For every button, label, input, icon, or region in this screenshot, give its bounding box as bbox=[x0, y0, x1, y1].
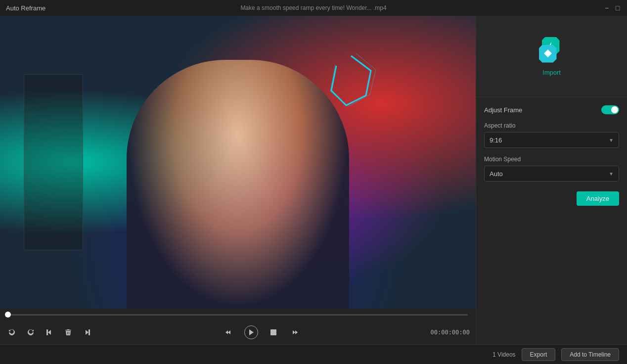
svg-rect-1 bbox=[89, 329, 90, 335]
import-label: Import bbox=[542, 69, 561, 76]
shelf-decoration bbox=[24, 74, 83, 250]
delete-button[interactable] bbox=[62, 326, 74, 338]
add-timeline-button[interactable]: Add to Timeline bbox=[561, 348, 619, 361]
video-frame bbox=[0, 16, 476, 309]
right-panel: Import Adjust Frame Aspect ratio 9:16 ▼ bbox=[476, 16, 627, 344]
toggle-knob bbox=[611, 106, 618, 113]
progress-area[interactable] bbox=[6, 309, 470, 320]
step-forward-button[interactable] bbox=[81, 326, 93, 338]
aspect-ratio-select[interactable]: 9:16 ▼ bbox=[484, 132, 619, 148]
redo-button[interactable] bbox=[25, 326, 37, 338]
frame-back-button[interactable] bbox=[223, 326, 234, 338]
ctrl-left bbox=[6, 326, 93, 338]
controls-bar: 00:00:00:00 bbox=[0, 309, 476, 344]
ctrl-right: 00:00:00:00 bbox=[431, 329, 470, 336]
progress-thumb[interactable] bbox=[5, 312, 11, 318]
aspect-ratio-label: Aspect ratio bbox=[484, 122, 619, 129]
videos-count: 1 Videos bbox=[493, 351, 515, 358]
maximize-button[interactable]: □ bbox=[614, 4, 621, 11]
title-bar: Auto Reframe Make a smooth speed ramp ev… bbox=[0, 0, 627, 16]
file-title: Make a smooth speed ramp every time! Won… bbox=[240, 4, 386, 11]
aspect-ratio-arrow: ▼ bbox=[609, 137, 614, 143]
import-section[interactable]: Import bbox=[476, 16, 627, 97]
export-button[interactable]: Export bbox=[522, 348, 556, 361]
motion-speed-label: Motion Speed bbox=[484, 156, 619, 163]
ctrl-center bbox=[93, 325, 431, 339]
main-layout: 00:00:00:00 I bbox=[0, 16, 627, 344]
import-icon-stack bbox=[539, 37, 565, 63]
svg-rect-0 bbox=[46, 329, 48, 335]
undo-button[interactable] bbox=[6, 326, 18, 338]
minimize-button[interactable]: − bbox=[603, 4, 610, 11]
app-title: Auto Reframe bbox=[6, 4, 45, 12]
progress-track[interactable] bbox=[8, 314, 468, 316]
video-panel: 00:00:00:00 bbox=[0, 16, 476, 344]
motion-speed-group: Motion Speed Auto ▼ bbox=[484, 156, 619, 182]
aspect-ratio-group: Aspect ratio 9:16 ▼ bbox=[484, 122, 619, 148]
import-icon-front bbox=[539, 45, 557, 63]
video-container[interactable] bbox=[0, 16, 476, 309]
motion-speed-value: Auto bbox=[490, 170, 503, 178]
stop-button[interactable] bbox=[268, 327, 279, 338]
adjust-frame-toggle[interactable] bbox=[601, 105, 619, 114]
aspect-ratio-value: 9:16 bbox=[490, 136, 502, 144]
bottom-bar: 1 Videos Export Add to Timeline bbox=[0, 344, 627, 364]
frame-forward-button[interactable] bbox=[289, 326, 301, 338]
controls-row: 00:00:00:00 bbox=[6, 320, 470, 344]
adjust-frame-title: Adjust Frame bbox=[484, 106, 522, 114]
play-button[interactable] bbox=[244, 325, 258, 339]
person-silhouette bbox=[127, 60, 349, 309]
motion-speed-arrow: ▼ bbox=[609, 171, 614, 177]
window-controls: − □ bbox=[603, 4, 621, 11]
motion-speed-select[interactable]: Auto ▼ bbox=[484, 166, 619, 182]
step-back-button[interactable] bbox=[44, 326, 55, 338]
svg-rect-2 bbox=[270, 329, 276, 335]
adjust-frame-header: Adjust Frame bbox=[484, 105, 619, 114]
time-display: 00:00:00:00 bbox=[431, 329, 470, 336]
settings-section: Adjust Frame Aspect ratio 9:16 ▼ Motion … bbox=[476, 97, 627, 344]
analyze-button[interactable]: Analyze bbox=[577, 191, 619, 206]
